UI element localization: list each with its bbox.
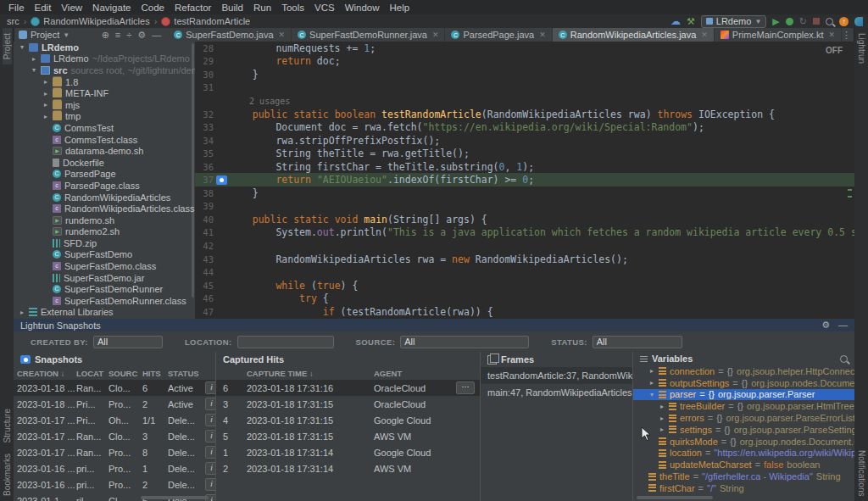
code-line[interactable]: 33 Document doc = rwa.fetch("https://en.…	[195, 120, 854, 134]
editor-scrollbar[interactable]	[846, 42, 853, 319]
tab-SuperFastDemoRunner.java[interactable]: CSuperFastDemoRunner.java✕	[292, 28, 445, 42]
hit-row[interactable]: 12023-01-18 17:31:14Google Cloud	[216, 444, 480, 460]
variable-row-quirksMode[interactable]: quirksMode={}org.jsoup.nodes.Document.Qu…	[633, 436, 854, 448]
code-line[interactable]: 2 usages	[195, 94, 854, 108]
code-line[interactable]: 35 String theTitle = rwa.getTitle();	[195, 147, 854, 160]
code-line[interactable]: 30 }	[195, 68, 854, 81]
menu-run[interactable]: Run	[248, 3, 276, 13]
tree-item-SFD.zip[interactable]: SFD.zip	[14, 237, 195, 249]
search-icon[interactable]	[826, 18, 833, 25]
chevron-right-icon[interactable]: ▸	[42, 90, 49, 97]
code-line[interactable]: 36 String firstChar = theTitle.substring…	[195, 160, 854, 174]
frame-row[interactable]: main:47, RandomWikipediaArticles.java	[481, 384, 632, 401]
snapshot-row[interactable]: 2023-01-17 ...Ran...Pro...8Dele...i	[14, 444, 215, 460]
column-header[interactable]: SOURC	[108, 369, 142, 378]
code-line[interactable]: 34 rwa.stripOffPrefixPostfix();	[195, 134, 854, 148]
chevron-down-icon[interactable]: ▾	[19, 43, 25, 51]
hit-row[interactable]: 22023-01-18 17:31:14AWS VM	[216, 460, 480, 476]
tree-scrollbar[interactable]	[192, 43, 194, 298]
build-hammer-icon[interactable]: ⚒	[687, 16, 695, 26]
variable-row-treeBuilder[interactable]: ▸treeBuilder={}org.jsoup.parser.HtmlTree…	[633, 400, 854, 412]
breadcrumb-item-src[interactable]: src	[7, 16, 19, 26]
menu-navigate[interactable]: Navigate	[87, 3, 136, 13]
tool-strip-project[interactable]: Project	[3, 28, 12, 64]
variable-row-firstChar[interactable]: firstChar="/"String	[633, 482, 854, 494]
close-icon[interactable]: ✕	[432, 31, 439, 39]
settings-icon[interactable]: ⚙	[821, 320, 830, 331]
code-line[interactable]: 43 RandomWikipediaArticles rwa = new Ran…	[195, 253, 854, 266]
menu-edit[interactable]: Edit	[30, 3, 57, 13]
lightrun-cloud-icon[interactable]: ☁	[670, 16, 681, 26]
close-icon[interactable]: ✕	[539, 31, 546, 39]
code-line[interactable]: 45 while (true) {	[195, 279, 854, 292]
snapshot-row[interactable]: 2023-01-18 ...Pri...Pro...2Activei	[14, 396, 215, 412]
tab-PrimeMainComplex.kt[interactable]: KPrimeMainComplex.kt✕	[715, 28, 842, 42]
tab-ParsedPage.java[interactable]: CParsedPage.java✕	[445, 28, 552, 42]
code-line[interactable]: 44	[195, 265, 854, 279]
menu-icon[interactable]	[640, 356, 648, 362]
chevron-down-icon[interactable]: ▼	[63, 31, 70, 39]
collapse-all-icon[interactable]: ≡	[115, 30, 120, 40]
tree-item-ParsedPage[interactable]: CParsedPage	[14, 169, 195, 181]
tree-item-1.8[interactable]: ▸1.8	[14, 76, 195, 88]
info-button[interactable]: i	[205, 414, 215, 426]
chevron-right-icon[interactable]: ▸	[42, 78, 49, 86]
column-header[interactable]: CAPTURE TIME ↓	[247, 369, 374, 378]
close-icon[interactable]: ✕	[701, 31, 708, 39]
tree-item-rundemo2.sh[interactable]: ▶rundemo2.sh	[14, 226, 195, 238]
tool-strip-structure[interactable]: Structure	[3, 404, 12, 448]
chevron-right-icon[interactable]: ▸	[42, 101, 49, 109]
snapshot-camera-icon[interactable]	[216, 175, 227, 185]
variable-row-theTitle[interactable]: theTitle="/gfierheller.ca - Wikipedia"St…	[633, 470, 854, 482]
more-button[interactable]: ⋯	[456, 381, 475, 394]
rerun-icon[interactable]: ↻	[799, 16, 807, 26]
column-header[interactable]: AGENT	[374, 369, 456, 378]
info-button[interactable]: i	[205, 430, 215, 443]
code-line[interactable]: 31	[195, 81, 854, 95]
more-tabs-icon[interactable]: ⋮	[842, 30, 854, 41]
code-line[interactable]: 38 }	[195, 186, 854, 200]
menu-file[interactable]: File	[3, 3, 30, 13]
chevron-right-icon[interactable]: ▸	[648, 379, 655, 387]
lightrun-off-toggle[interactable]: OFF	[826, 46, 843, 55]
locate-file-icon[interactable]: ⊕	[102, 30, 109, 41]
frame-row[interactable]: testRandomArticle:37, RandomWikipediaA	[481, 367, 632, 384]
tree-item-CommsTest.class[interactable]: cCommsTest.class	[14, 134, 195, 146]
menu-tools[interactable]: Tools	[276, 3, 309, 13]
run-configuration-select[interactable]: LRdemo ▼	[701, 15, 767, 28]
tree-item-src[interactable]: ▾srcsources root, ~/git/lightrun/demo/ja…	[14, 64, 195, 76]
code-line[interactable]: 40 public static void main(String[] args…	[195, 213, 854, 226]
menu-window[interactable]: Window	[340, 3, 385, 13]
tree-item-Dockerfile[interactable]: Dockerfile	[14, 157, 195, 169]
chevron-right-icon[interactable]: ▸	[659, 415, 665, 422]
variable-row-settings[interactable]: ▸settings={}org.jsoup.parser.ParseSettin…	[633, 424, 854, 436]
code-line[interactable]: 46 try {	[195, 292, 854, 305]
snapshot-row[interactable]: 2023-01-17 ...Pri...Oh...1/1Dele...i	[14, 412, 215, 428]
column-header[interactable]: STATUS	[168, 369, 205, 378]
hit-row[interactable]: 62023-01-18 17:31:16OracleCloud⋯	[216, 380, 480, 396]
minimize-icon[interactable]: —	[838, 320, 848, 331]
code-line[interactable]: 29 return doc;	[195, 55, 854, 69]
tree-item-SuperFastDemo[interactable]: CSuperFastDemo	[14, 249, 195, 261]
settings-icon[interactable]: ⚙	[137, 30, 146, 41]
tree-item-SuperFastDemo.jar[interactable]: SuperFastDemo.jar	[14, 272, 195, 284]
update-notification-icon[interactable]: ↑	[839, 17, 849, 26]
code-line[interactable]: 28 numRequests += 1;	[195, 42, 854, 55]
chevron-right-icon[interactable]: ▸	[648, 367, 655, 375]
filter-value-box[interactable]	[237, 336, 334, 348]
tree-item-datarama-demo.sh[interactable]: ▶datarama-demo.sh	[14, 145, 195, 157]
horizontal-scrollbar[interactable]	[637, 496, 713, 499]
column-header[interactable]: HITS	[142, 369, 168, 378]
tool-strip-bookmarks[interactable]: Bookmarks	[3, 448, 12, 501]
menu-vcs[interactable]: VCS	[309, 3, 340, 13]
chevron-down-icon[interactable]: ▾	[31, 66, 37, 74]
close-icon[interactable]: ✕	[828, 31, 835, 39]
tree-item-mjs[interactable]: ▸mjs	[14, 99, 195, 111]
project-panel-title[interactable]: Project	[31, 30, 59, 40]
code-line[interactable]: 39	[195, 200, 854, 214]
tree-item-LRdemo[interactable]: ▸LRdemo~/IdeaProjects/LRdemo	[14, 53, 195, 65]
breadcrumb-item-RandomWikipediaArticles[interactable]: RandomWikipediaArticles	[31, 16, 149, 26]
filter-value-box[interactable]: All	[93, 336, 163, 348]
hit-row[interactable]: 32023-01-18 17:31:15OracleCloud	[216, 396, 480, 412]
hit-row[interactable]: 52023-01-18 17:31:15AWS VM	[216, 428, 480, 444]
